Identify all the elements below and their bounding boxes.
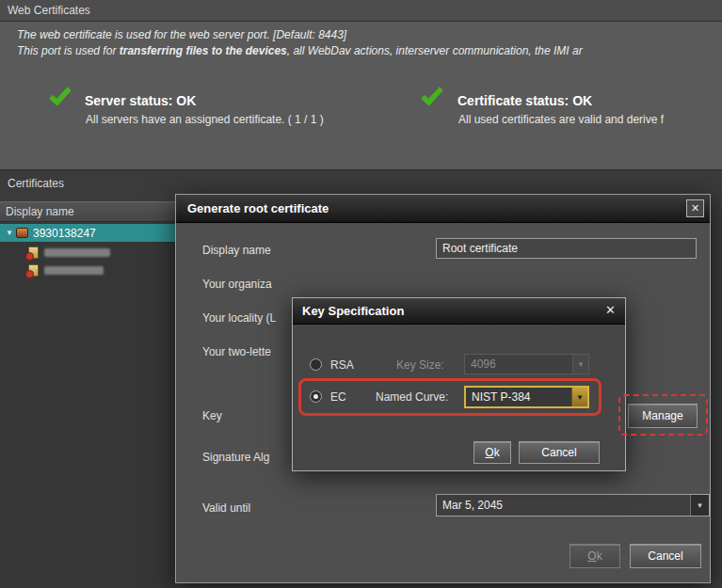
column-header-label: Display name	[6, 205, 74, 218]
cancel-button[interactable]: Cancel	[630, 544, 701, 568]
rsa-radio[interactable]	[310, 358, 322, 371]
close-icon[interactable]: ✕	[605, 298, 616, 323]
tree-item-root[interactable]: ▼ 3930138247	[0, 224, 176, 242]
tree-item-root-label: 3930138247	[33, 227, 96, 240]
info-line-2-pre: This port is used for	[17, 44, 120, 57]
server-status-title: Server status: OK	[85, 93, 196, 108]
info-line-2-bold: transferring files to the devices	[120, 44, 287, 57]
server-status-subtitle: All servers have an assigned certificate…	[86, 113, 324, 126]
tree-item-child[interactable]	[0, 262, 176, 279]
page-title: Web Certificates	[8, 4, 90, 17]
rsa-label: RSA	[330, 358, 354, 372]
display-name-label: Display name	[202, 244, 271, 257]
server-certificate-icon	[16, 228, 28, 238]
certificate-status-title: Certificate status: OK	[457, 93, 592, 108]
generate-dialog-titlebar[interactable]: Generate root certificate ✕	[176, 195, 710, 223]
generate-dialog-title: Generate root certificate	[187, 201, 329, 215]
info-line-2-post: , all WebDav actions, interserver commun…	[287, 44, 583, 57]
key-size-value: 4096	[465, 355, 572, 373]
ok-button[interactable]: Ok	[570, 544, 620, 568]
display-name-column-header[interactable]: Display name	[0, 201, 176, 222]
key-dialog-ok-label: Ok	[485, 446, 499, 459]
close-icon[interactable]: ✕	[686, 199, 704, 217]
certificate-icon	[28, 264, 39, 277]
signature-algorithm-label: Signature Alg	[202, 451, 269, 464]
organization-label: Your organiza	[202, 278, 272, 291]
cancel-button-label: Cancel	[648, 549, 682, 563]
key-dialog-ok-button[interactable]: Ok	[473, 441, 511, 464]
expander-icon[interactable]: ▼	[3, 229, 16, 237]
info-status-band: The web certificate is used for the web …	[0, 22, 722, 170]
info-line-1: The web certificate is used for the web …	[17, 28, 346, 41]
key-label: Key	[202, 409, 222, 422]
country-label: Your two-lette	[202, 345, 271, 358]
key-dialog-cancel-label: Cancel	[541, 446, 576, 459]
key-size-select: 4096 ▼	[464, 354, 589, 374]
key-dialog-title: Key Specification	[302, 304, 404, 318]
certificates-panel-title: Certificates	[8, 177, 64, 190]
valid-until-label: Valid until	[202, 501, 250, 515]
page-header-bar: Web Certificates	[0, 0, 722, 22]
dropdown-arrow-icon[interactable]: ▼	[690, 495, 709, 516]
manage-annotation-box	[618, 394, 708, 436]
key-dialog-cancel-button[interactable]: Cancel	[519, 441, 600, 464]
ec-row-annotation-box	[298, 378, 602, 416]
valid-until-value: Mar 5, 2045	[437, 495, 690, 516]
info-line-2: This port is used for transferring files…	[17, 44, 583, 57]
valid-until-select[interactable]: Mar 5, 2045 ▼	[436, 494, 710, 516]
server-status-check-icon	[49, 83, 72, 106]
key-dialog-titlebar[interactable]: Key Specification ✕	[293, 298, 625, 325]
certificate-status-subtitle: All used certificates are valid and deri…	[458, 113, 721, 126]
tree-item-child[interactable]	[0, 244, 176, 262]
certificate-status-check-icon	[421, 83, 443, 106]
ok-button-label: Ok	[587, 549, 602, 563]
locality-label: Your locality (L	[202, 311, 276, 325]
display-name-input[interactable]: Root certificate	[436, 238, 697, 259]
web-certificates-screen: Web Certificates The web certificate is …	[0, 0, 722, 588]
redacted-certificate-name	[44, 266, 104, 275]
certificates-tree: ▼ 3930138247	[0, 223, 176, 588]
redacted-certificate-name	[44, 248, 110, 257]
dropdown-arrow-icon: ▼	[572, 355, 588, 373]
certificate-icon	[28, 246, 39, 259]
key-size-label: Key Size:	[396, 358, 444, 372]
